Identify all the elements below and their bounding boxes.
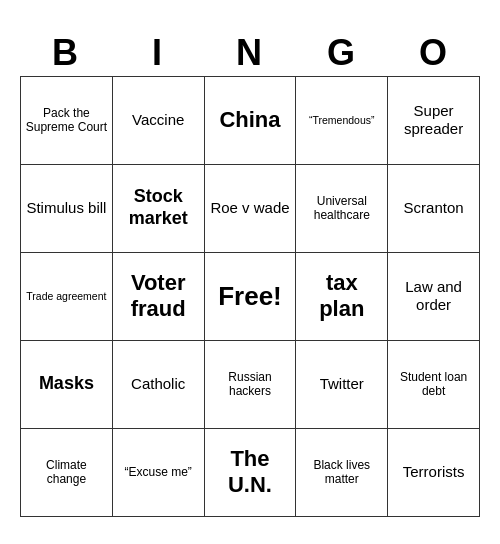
cell-text-10: Trade agreement	[26, 290, 106, 303]
header-letter-b: B	[20, 28, 112, 76]
bingo-cell-1: Vaccine	[113, 77, 205, 165]
bingo-cell-18: Twitter	[296, 341, 388, 429]
header-letter-o: O	[388, 28, 480, 76]
cell-text-22: The U.N.	[209, 446, 292, 499]
bingo-cell-20: Climate change	[21, 429, 113, 517]
bingo-cell-22: The U.N.	[205, 429, 297, 517]
cell-text-13: tax plan	[300, 270, 383, 323]
bingo-cell-17: Russian hackers	[205, 341, 297, 429]
bingo-cell-16: Catholic	[113, 341, 205, 429]
bingo-cell-7: Roe v wade	[205, 165, 297, 253]
cell-text-20: Climate change	[25, 458, 108, 487]
cell-text-17: Russian hackers	[209, 370, 292, 399]
cell-text-24: Terrorists	[403, 463, 465, 481]
cell-text-19: Student loan debt	[392, 370, 475, 399]
cell-text-9: Scranton	[404, 199, 464, 217]
bingo-cell-8: Universal healthcare	[296, 165, 388, 253]
header-letter-i: I	[112, 28, 204, 76]
bingo-cell-11: Voter fraud	[113, 253, 205, 341]
bingo-header: BINGO	[20, 28, 480, 76]
cell-text-21: “Excuse me”	[125, 465, 192, 479]
bingo-cell-4: Super spreader	[388, 77, 480, 165]
cell-text-11: Voter fraud	[117, 270, 200, 323]
bingo-cell-12: Free!	[205, 253, 297, 341]
bingo-cell-21: “Excuse me”	[113, 429, 205, 517]
cell-text-2: China	[219, 107, 280, 133]
bingo-cell-5: Stimulus bill	[21, 165, 113, 253]
cell-text-16: Catholic	[131, 375, 185, 393]
cell-text-3: “Tremendous”	[309, 114, 375, 127]
header-letter-n: N	[204, 28, 296, 76]
cell-text-18: Twitter	[320, 375, 364, 393]
cell-text-7: Roe v wade	[210, 199, 289, 217]
bingo-card: BINGO Pack the Supreme CourtVaccineChina…	[10, 18, 490, 527]
bingo-cell-23: Black lives matter	[296, 429, 388, 517]
bingo-cell-6: Stock market	[113, 165, 205, 253]
header-letter-g: G	[296, 28, 388, 76]
bingo-cell-3: “Tremendous”	[296, 77, 388, 165]
cell-text-0: Pack the Supreme Court	[25, 106, 108, 135]
bingo-grid: Pack the Supreme CourtVaccineChina“Treme…	[20, 76, 480, 517]
bingo-cell-14: Law and order	[388, 253, 480, 341]
bingo-cell-15: Masks	[21, 341, 113, 429]
bingo-cell-13: tax plan	[296, 253, 388, 341]
cell-text-23: Black lives matter	[300, 458, 383, 487]
cell-text-15: Masks	[39, 373, 94, 395]
bingo-cell-0: Pack the Supreme Court	[21, 77, 113, 165]
cell-text-8: Universal healthcare	[300, 194, 383, 223]
cell-text-4: Super spreader	[392, 102, 475, 138]
bingo-cell-10: Trade agreement	[21, 253, 113, 341]
cell-text-1: Vaccine	[132, 111, 184, 129]
bingo-cell-9: Scranton	[388, 165, 480, 253]
cell-text-5: Stimulus bill	[26, 199, 106, 217]
cell-text-6: Stock market	[117, 186, 200, 229]
bingo-cell-2: China	[205, 77, 297, 165]
bingo-cell-24: Terrorists	[388, 429, 480, 517]
bingo-cell-19: Student loan debt	[388, 341, 480, 429]
cell-text-14: Law and order	[392, 278, 475, 314]
cell-text-12: Free!	[218, 281, 282, 312]
